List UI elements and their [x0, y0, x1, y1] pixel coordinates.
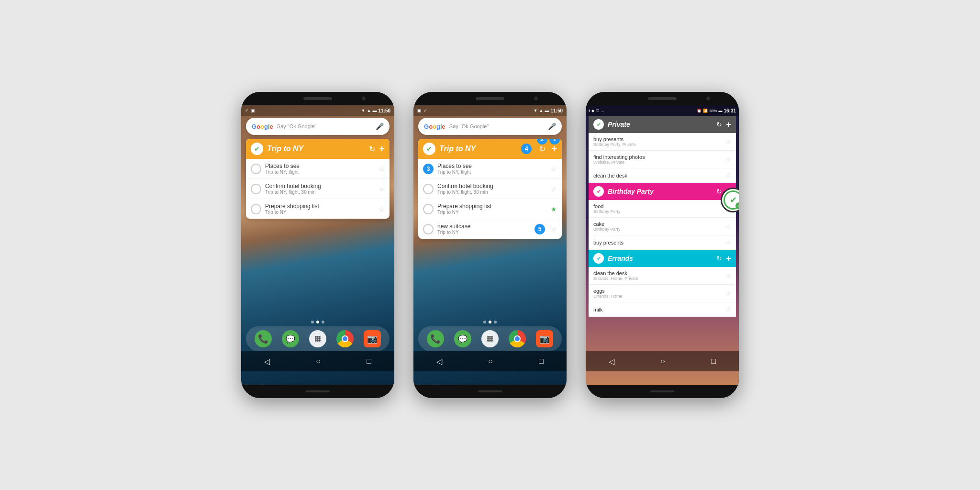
widget-refresh-2[interactable]: ↻: [539, 145, 546, 154]
list-item-star-e2[interactable]: ☆: [725, 306, 731, 313]
dock-chrome-1[interactable]: [336, 330, 354, 347]
dot-2-2: [494, 321, 497, 323]
list-item-private-1[interactable]: find interesting photos Website, Private…: [589, 151, 736, 168]
list-item-star-p2[interactable]: ☆: [725, 172, 731, 179]
nav-home-1[interactable]: ○: [316, 357, 321, 366]
section-title-birthday: Birthday Party: [608, 188, 713, 195]
google-search-text-1[interactable]: Say "Ok Google": [277, 123, 376, 129]
dock-apps-2[interactable]: [481, 330, 499, 347]
dock-phone-2[interactable]: 📞: [427, 330, 444, 347]
widget-item-2-1[interactable]: Confirm hotel booking Trip to NY, flight…: [418, 179, 562, 199]
item-sub-2-2: Trip to NY: [437, 210, 547, 215]
list-item-private-0[interactable]: buy presents Birthday Party, Private ☆: [589, 133, 736, 151]
widget-item-2-2[interactable]: Prepare shopping list Trip to NY ★: [418, 199, 562, 219]
list-item-texts-e2: milk: [593, 307, 725, 312]
widget-add-1[interactable]: +: [379, 144, 385, 155]
list-item-star-b1[interactable]: ☆: [725, 223, 731, 230]
status-icon-check-1: ✓: [245, 108, 249, 113]
list-item-star-e0[interactable]: ☆: [725, 272, 731, 279]
nav-recent-1[interactable]: □: [367, 357, 371, 366]
list-item-err-2[interactable]: milk ☆: [589, 302, 736, 317]
list-item-star-p1[interactable]: ☆: [725, 156, 731, 163]
list-item-err-1[interactable]: eggs Errands, Home ☆: [589, 285, 736, 302]
nav-recent-2[interactable]: □: [539, 357, 544, 366]
list-item-private-2[interactable]: clean the desk ☆: [589, 168, 736, 183]
item-text-2-2: Prepare shopping list Trip to NY: [437, 203, 547, 215]
dock-chrome-2[interactable]: [509, 330, 526, 347]
widget-item-1-1[interactable]: Confirm hotel booking Trip to NY, flight…: [246, 179, 390, 199]
section-refresh-private[interactable]: ↻: [716, 121, 722, 128]
item-circle-2-1[interactable]: [423, 184, 434, 194]
wifi-icon-1: ▲: [367, 108, 371, 113]
phone-1: ✓ ▣ ▼ ▲ ▬ 11:50 Google Say "Ok Google" 🎤…: [241, 92, 394, 398]
list-item-err-0[interactable]: clean the desk Errands, Home, Private ☆: [589, 267, 736, 285]
nav-home-3[interactable]: ○: [660, 357, 665, 366]
item-star-1-1[interactable]: ☆: [379, 185, 385, 193]
list-item-star-b2[interactable]: ☆: [725, 239, 731, 246]
alarm-icon-3: ⏰: [697, 109, 702, 113]
widget-item-1-2[interactable]: Prepare shopping list Trip to NY ☆: [246, 199, 390, 219]
widget-item-2-3[interactable]: new suitcase Trip to NY 5 ☆: [418, 219, 562, 239]
google-bar-1[interactable]: Google Say "Ok Google" 🎤: [246, 118, 390, 135]
item-circle-1-1[interactable]: [251, 184, 261, 194]
dock-hangouts-2[interactable]: 💬: [454, 330, 471, 347]
item-star-1-0[interactable]: ☆: [379, 165, 385, 173]
section-add-private[interactable]: +: [726, 120, 731, 130]
nav-recent-3[interactable]: □: [711, 357, 716, 366]
item-star-2-1[interactable]: ☆: [551, 185, 557, 193]
item-star-2-2[interactable]: ★: [551, 205, 557, 213]
list-item-star-p0[interactable]: ☆: [725, 138, 731, 145]
google-bar-2[interactable]: Google Say "Ok Google" 🎤: [418, 118, 562, 135]
section-title-private: Private: [608, 121, 713, 128]
dock-phone-1[interactable]: 📞: [255, 330, 272, 347]
widget-item-2-0[interactable]: 3 Places to see Trip to NY, flight ☆: [418, 159, 562, 179]
nav-home-2[interactable]: ○: [488, 357, 493, 366]
widget-refresh-1[interactable]: ↻: [369, 145, 375, 154]
section-add-errands[interactable]: +: [726, 254, 731, 264]
phone-1-speaker: [303, 97, 332, 100]
signal-icon-2: ▼: [534, 108, 538, 113]
check-icon-private: ✔: [597, 122, 601, 128]
item-circle-1-2[interactable]: [251, 204, 261, 214]
item-name-2-0: Places to see: [437, 163, 547, 169]
item-star-2-0[interactable]: ☆: [551, 165, 557, 173]
google-logo-2: Google: [424, 123, 445, 130]
wifi-icon-2: ▲: [539, 108, 544, 113]
google-search-text-2[interactable]: Say "Ok Google": [449, 123, 548, 129]
badge-3: 3: [423, 164, 434, 174]
item-sub-1-2: Trip to NY: [265, 210, 375, 215]
badge-4: 4: [521, 144, 532, 154]
nav-back-1[interactable]: ◁: [264, 357, 270, 366]
nav-back-2[interactable]: ◁: [436, 357, 442, 366]
item-circle-2-3[interactable]: [423, 224, 434, 234]
widget-item-1-0[interactable]: Places to see Trip to NY, flight ☆: [246, 159, 390, 179]
list-item-name-e0: clean the desk: [593, 270, 725, 276]
apps-grid-icon-2: [485, 334, 495, 344]
dock-apps-1[interactable]: [309, 330, 326, 347]
list-item-bday-1[interactable]: cake Birthday Party ☆: [589, 218, 736, 235]
dock-hangouts-1[interactable]: 💬: [282, 330, 299, 347]
nav-back-3[interactable]: ◁: [609, 357, 614, 366]
dock-1: 📞 💬 📷: [246, 326, 390, 351]
status-time-2: 11:50: [550, 108, 563, 113]
list-item-texts-b1: cake Birthday Party: [593, 221, 725, 232]
dock-camera-1[interactable]: 📷: [364, 330, 381, 347]
list-item-texts-p0: buy presents Birthday Party, Private: [593, 136, 725, 147]
list-item-star-e1[interactable]: ☆: [725, 290, 731, 297]
dock-camera-2[interactable]: 📷: [536, 330, 553, 347]
list-item-name-b1: cake: [593, 221, 725, 227]
item-name-2-1: Confirm hotel booking: [437, 183, 547, 189]
widget-add-2[interactable]: +: [551, 144, 557, 155]
list-item-bday-0[interactable]: food Birthday Party ☆: [589, 200, 736, 218]
item-circle-1-0[interactable]: [251, 164, 261, 174]
mic-icon-1[interactable]: 🎤: [376, 122, 384, 130]
svg-point-14: [491, 338, 493, 340]
item-star-2-3[interactable]: ☆: [551, 225, 557, 233]
item-circle-2-2[interactable]: [423, 204, 434, 214]
list-item-bday-2[interactable]: buy presents ☆: [589, 235, 736, 250]
list-item-texts-p1: find interesting photos Website, Private: [593, 154, 725, 165]
section-refresh-errands[interactable]: ↻: [716, 255, 722, 262]
item-star-1-2[interactable]: ☆: [379, 205, 385, 213]
mic-icon-2[interactable]: 🎤: [548, 122, 556, 130]
item-name-1-2: Prepare shopping list: [265, 203, 375, 210]
